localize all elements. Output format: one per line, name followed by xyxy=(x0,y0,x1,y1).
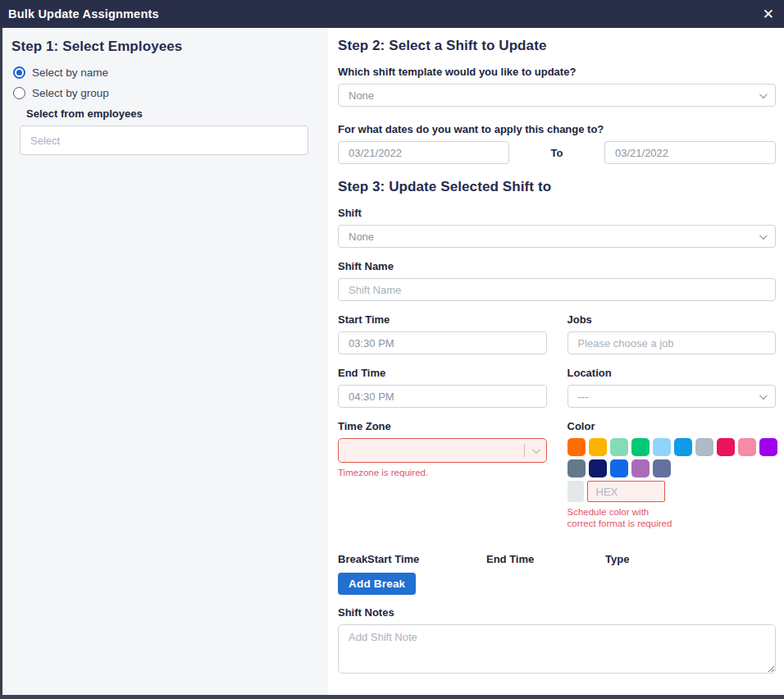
color-swatch-palette xyxy=(567,438,777,477)
select-from-employees-label: Select from employees xyxy=(26,107,311,120)
color-label: Color xyxy=(567,420,777,432)
step2-heading: Step 2: Select a Shift to Update xyxy=(338,38,776,54)
modal-title: Bulk Update Assignments xyxy=(8,7,159,21)
radio-select-by-name-label: Select by name xyxy=(32,66,108,79)
hex-row xyxy=(567,481,777,502)
shift-name-input[interactable] xyxy=(338,278,776,301)
timezone-label: Time Zone xyxy=(338,420,547,432)
break-col-header: Break xyxy=(338,553,367,565)
color-swatch[interactable] xyxy=(695,438,713,456)
jobs-label: Jobs xyxy=(567,313,777,326)
step1-panel: Step 1: Select Employees Select by name … xyxy=(2,28,328,699)
page-bottom-edge xyxy=(0,695,784,699)
end-time-input[interactable] xyxy=(338,385,547,408)
shift-notes-block: Shift Notes xyxy=(338,606,776,677)
color-preview-swatch[interactable] xyxy=(567,481,584,502)
location-select[interactable]: --- xyxy=(567,385,777,408)
color-swatch[interactable] xyxy=(674,438,692,456)
color-swatch[interactable] xyxy=(610,459,628,477)
modal-header: Bulk Update Assignments ✕ xyxy=(0,0,784,28)
color-error: Schedule color with correct format is re… xyxy=(567,506,777,530)
color-swatch[interactable] xyxy=(717,438,735,456)
divider xyxy=(524,444,525,457)
chevron-down-icon xyxy=(531,445,540,454)
color-swatch[interactable] xyxy=(567,438,586,456)
radio-select-by-group-label: Select by group xyxy=(32,87,109,99)
radio-select-by-name[interactable]: Select by name xyxy=(13,66,311,79)
shift-template-question: Which shift template would you like to u… xyxy=(338,66,776,78)
color-swatch[interactable] xyxy=(567,459,586,477)
location-select-value: --- xyxy=(578,391,589,403)
break-start-col-header: Start Time xyxy=(367,553,486,565)
shift-template-value: None xyxy=(349,89,374,102)
color-swatch[interactable] xyxy=(589,438,607,456)
dates-question: For what dates do you want to apply this… xyxy=(338,123,776,135)
color-swatch[interactable] xyxy=(610,438,628,456)
color-swatch[interactable] xyxy=(631,438,650,456)
shift-template-select[interactable]: None xyxy=(338,84,776,107)
employees-select-input[interactable] xyxy=(20,126,308,155)
shift-name-label: Shift Name xyxy=(338,260,776,272)
radio-select-by-group[interactable]: Select by group xyxy=(13,87,311,99)
timezone-select[interactable] xyxy=(338,438,547,463)
shift-notes-textarea[interactable] xyxy=(338,624,776,674)
close-icon[interactable]: ✕ xyxy=(763,7,774,21)
to-label: To xyxy=(509,147,604,159)
step1-heading: Step 1: Select Employees xyxy=(11,39,311,55)
end-time-label: End Time xyxy=(338,367,547,379)
start-time-input[interactable] xyxy=(338,331,547,354)
break-headers: Break Start Time End Time Type xyxy=(338,553,776,565)
chevron-down-icon xyxy=(759,231,768,240)
start-time-label: Start Time xyxy=(338,313,547,326)
radio-unchecked-icon[interactable] xyxy=(13,87,25,99)
break-type-col-header: Type xyxy=(605,553,776,565)
color-swatch[interactable] xyxy=(631,459,650,477)
color-swatch[interactable] xyxy=(589,459,607,477)
shift-select-value: None xyxy=(349,231,374,243)
steps-panel: Step 2: Select a Shift to Update Which s… xyxy=(328,28,784,699)
date-range-row: To xyxy=(338,141,776,164)
color-swatch[interactable] xyxy=(653,438,671,456)
hex-input[interactable] xyxy=(587,481,665,502)
add-break-button[interactable]: Add Break xyxy=(338,573,416,595)
chevron-down-icon xyxy=(759,391,768,400)
chevron-down-icon xyxy=(759,90,768,98)
shift-label: Shift xyxy=(338,207,776,219)
shift-notes-label: Shift Notes xyxy=(338,606,776,619)
date-from-input[interactable] xyxy=(338,141,509,164)
location-label: Location xyxy=(567,367,777,379)
timezone-error: Timezone is required. xyxy=(338,467,547,478)
jobs-input[interactable] xyxy=(567,331,777,354)
break-end-col-header: End Time xyxy=(486,553,605,565)
radio-checked-icon[interactable] xyxy=(13,66,25,79)
color-swatch[interactable] xyxy=(653,459,671,477)
shift-select[interactable]: None xyxy=(338,225,776,248)
bulk-update-assignments-modal: Bulk Update Assignments ✕ Step 1: Select… xyxy=(0,0,784,699)
color-swatch[interactable] xyxy=(738,438,756,456)
break-section: Break Start Time End Time Type Add Break xyxy=(338,553,776,595)
color-swatch[interactable] xyxy=(759,438,777,456)
date-to-input[interactable] xyxy=(604,141,776,164)
step3-heading: Step 3: Update Selected Shift to xyxy=(338,179,776,195)
